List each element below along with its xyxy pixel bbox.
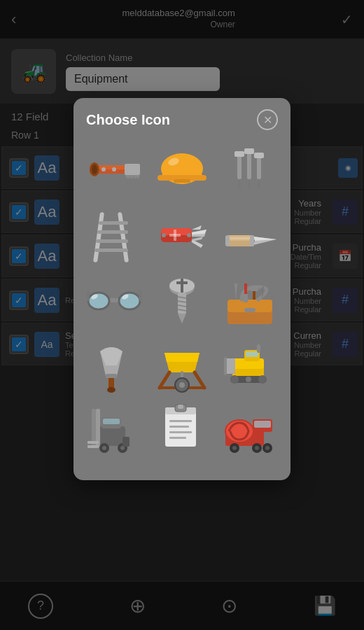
svg-point-82 [230,375,239,384]
svg-point-74 [179,382,185,388]
svg-rect-102 [169,431,192,433]
screw-svg [154,273,210,329]
icon-item-saw[interactable] [85,144,144,200]
svg-rect-80 [224,357,227,375]
svg-rect-103 [169,437,186,439]
modal-title: Choose Icon [86,112,170,128]
icon-item-document[interactable] [153,402,212,458]
svg-rect-105 [178,405,183,409]
svg-rect-38 [227,237,253,239]
svg-rect-64 [250,286,258,291]
svg-rect-62 [244,294,248,302]
svg-marker-58 [178,314,186,323]
svg-rect-2 [125,164,140,175]
icon-item-folding-knife[interactable] [220,209,279,265]
icon-item-goggles[interactable] [85,273,144,329]
svg-rect-40 [250,235,254,246]
icon-item-bulldozer[interactable] [220,337,279,393]
document-svg [154,402,210,458]
svg-rect-28 [96,239,128,243]
mixer-svg [222,402,278,458]
svg-rect-13 [174,179,190,183]
icon-grid [74,139,290,469]
svg-rect-26 [99,221,128,225]
icon-item-mixer[interactable] [220,402,279,458]
svg-point-67 [107,387,115,393]
svg-rect-85 [257,344,260,353]
svg-rect-18 [247,150,251,179]
saw-svg [86,144,142,200]
swiss-knife-svg [154,209,210,265]
svg-rect-24 [93,212,104,262]
modal-header: Choose Icon ✕ [74,98,290,139]
wheelbarrow-svg [154,337,210,393]
nails-svg [222,144,278,200]
svg-rect-65 [244,308,255,312]
folding-knife-svg [222,209,278,265]
svg-point-34 [162,233,166,237]
svg-rect-100 [169,420,192,422]
icon-item-screw[interactable] [153,273,212,329]
trowel-svg [86,337,142,393]
svg-rect-52 [181,279,183,293]
svg-rect-92 [103,419,120,424]
svg-rect-25 [118,212,129,262]
svg-point-114 [255,446,259,450]
icon-item-swiss-knife[interactable] [153,209,212,265]
icon-item-hardhat[interactable] [153,144,212,200]
svg-rect-101 [169,426,189,428]
svg-point-84 [246,377,251,382]
svg-rect-90 [88,441,99,444]
ladder-svg [86,209,142,265]
choose-icon-modal: Choose Icon ✕ [74,98,290,480]
icon-item-trowel[interactable] [85,337,144,393]
icon-item-forklift[interactable] [85,402,144,458]
svg-point-9 [102,167,106,172]
svg-point-8 [92,164,97,174]
bulldozer-svg [222,337,278,393]
svg-rect-16 [234,151,244,157]
svg-point-112 [232,446,237,450]
modal-overlay[interactable]: Choose Icon ✕ [0,0,364,630]
svg-rect-78 [246,351,258,357]
toolbox-svg [222,273,278,329]
svg-point-35 [187,233,191,237]
svg-line-69 [160,372,169,388]
svg-rect-33 [169,234,181,237]
hardhat-svg [154,144,210,200]
svg-rect-22 [254,153,264,158]
svg-rect-86 [99,426,125,446]
svg-point-116 [265,446,270,450]
svg-rect-79 [225,358,235,374]
svg-point-94 [102,446,106,450]
svg-rect-108 [254,421,271,428]
icon-item-nails[interactable] [220,144,279,200]
svg-rect-41 [225,235,230,246]
svg-point-83 [258,375,267,384]
svg-point-10 [112,167,116,172]
svg-marker-17 [238,179,241,188]
svg-rect-27 [97,230,128,234]
svg-marker-23 [258,179,260,188]
icon-item-toolbox[interactable] [220,273,279,329]
icon-item-ladder[interactable] [85,209,144,265]
icon-item-wheelbarrow[interactable] [153,337,212,393]
svg-rect-89 [88,445,99,448]
svg-marker-20 [248,179,251,188]
modal-close-button[interactable]: ✕ [257,109,278,130]
svg-rect-29 [94,248,128,252]
svg-rect-68 [106,374,117,378]
forklift-svg [86,402,142,458]
svg-line-70 [195,372,204,388]
svg-rect-97 [122,437,130,447]
svg-rect-19 [244,148,254,154]
goggles-svg [86,273,142,329]
